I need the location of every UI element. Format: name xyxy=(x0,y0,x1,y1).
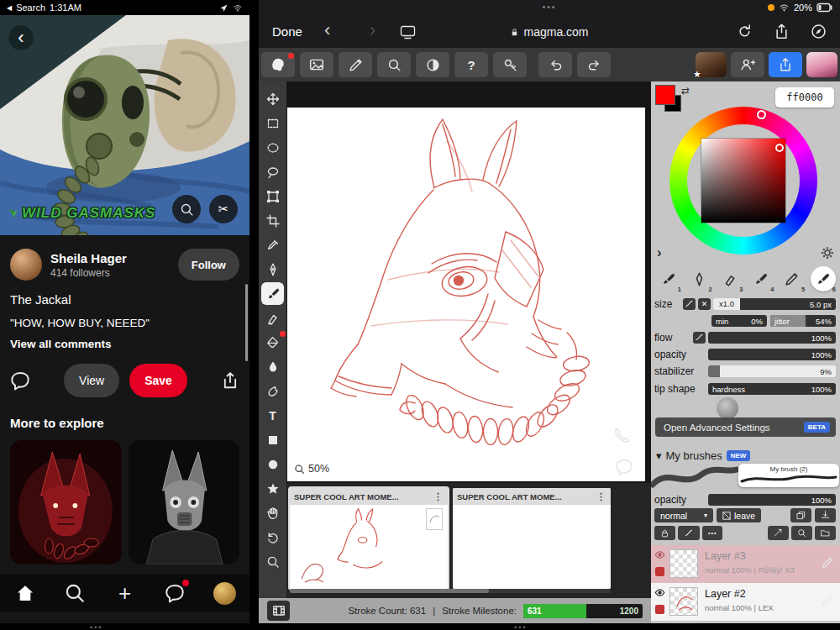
layer-visibility-icon[interactable] xyxy=(654,587,666,598)
merge-layer-button[interactable] xyxy=(815,508,836,522)
clipping-mask-button[interactable] xyxy=(768,526,789,540)
mask-mode-button[interactable] xyxy=(416,52,449,77)
follow-button[interactable]: Follow xyxy=(178,249,239,281)
rotate-canvas-tool[interactable] xyxy=(259,525,286,549)
layer-thumbnail[interactable] xyxy=(669,549,698,578)
visual-search-button[interactable] xyxy=(172,195,201,223)
hue-selector[interactable] xyxy=(757,110,766,119)
lasso-tool[interactable] xyxy=(259,160,286,184)
collaborator-avatar-1[interactable]: ★ xyxy=(696,52,727,77)
project-tab-1[interactable]: SUPER COOL ART MOME...⋮ xyxy=(290,488,448,589)
pinterest-scrollbar[interactable] xyxy=(245,284,248,361)
search-button[interactable] xyxy=(377,52,411,77)
pressure-curve-toggle[interactable] xyxy=(683,298,696,310)
magma-menu-button[interactable] xyxy=(261,52,295,77)
kebab-menu-icon[interactable]: ⋮ xyxy=(433,491,444,502)
swap-colors-icon[interactable]: ⇄ xyxy=(681,85,690,97)
import-image-button[interactable] xyxy=(300,52,333,77)
hardness-slider[interactable]: hardness 100% xyxy=(708,383,836,395)
layer-edit-pencil-icon[interactable] xyxy=(822,557,833,569)
ink-drop-tool[interactable] xyxy=(259,354,286,379)
collaborator-avatar-2[interactable] xyxy=(806,52,837,77)
ellipse-select-tool[interactable] xyxy=(259,135,286,160)
primary-color-swatch[interactable] xyxy=(655,85,675,105)
text-tool[interactable]: T xyxy=(259,403,286,428)
advanced-settings-button[interactable]: Open Advanced Settings BETA xyxy=(655,417,836,437)
smudge-tool[interactable] xyxy=(259,379,286,403)
invite-button[interactable] xyxy=(731,52,764,77)
comment-icon[interactable] xyxy=(10,370,30,391)
fill-tool[interactable] xyxy=(259,330,286,354)
layer-lock-icon[interactable] xyxy=(655,605,664,614)
canvas-viewport[interactable]: 50% xyxy=(286,81,651,483)
brush-slot-5[interactable]: 5 xyxy=(776,265,807,293)
view-button[interactable]: View xyxy=(64,364,119,397)
opacity-slider[interactable]: 100% xyxy=(708,349,836,360)
address-bar[interactable]: magma.com xyxy=(259,25,840,39)
square-shape-tool[interactable] xyxy=(259,428,286,452)
jitter-slider[interactable]: jitter 54% xyxy=(770,315,836,327)
brush-tool[interactable] xyxy=(261,282,284,305)
crop-share-button[interactable]: ✂ xyxy=(209,195,238,223)
brush-tip-preview[interactable] xyxy=(717,397,738,419)
lock-layer-button[interactable] xyxy=(654,526,675,540)
brush-slot-2[interactable]: 2 xyxy=(684,265,715,293)
nav-create[interactable]: + xyxy=(108,576,141,610)
explore-card-2[interactable] xyxy=(129,440,240,564)
flow-slider[interactable]: 100% xyxy=(708,332,836,344)
min-size-slider[interactable]: min 0% xyxy=(711,315,767,327)
nav-profile[interactable] xyxy=(207,576,241,610)
zoom-indicator[interactable]: 50% xyxy=(294,463,329,475)
brush-slot-1[interactable]: 1 xyxy=(653,265,684,293)
layer-visibility-icon[interactable] xyxy=(654,549,666,560)
star-shape-tool[interactable] xyxy=(259,476,286,501)
permissions-button[interactable] xyxy=(493,52,527,77)
leave-toggle[interactable]: leave xyxy=(717,508,761,522)
sv-selector[interactable] xyxy=(775,144,784,152)
edit-button[interactable] xyxy=(339,52,372,77)
hex-color-input[interactable] xyxy=(775,87,834,108)
section-caret-icon[interactable]: ▾ xyxy=(656,449,662,462)
pin-image[interactable]: ‹ WILD GASMASKS ✂ xyxy=(0,15,249,235)
canvas-page[interactable]: 50% xyxy=(287,108,645,481)
blend-mode-dropdown[interactable]: normal ▾ xyxy=(654,508,713,522)
projects-scrollbar[interactable] xyxy=(290,589,611,593)
circle-shape-tool[interactable] xyxy=(259,452,286,476)
marker-tool[interactable] xyxy=(259,306,286,330)
back-to-app-icon[interactable]: ◀ xyxy=(7,4,12,12)
left-app-handle[interactable]: ••• xyxy=(90,623,102,630)
curves-button[interactable] xyxy=(678,526,700,540)
brush-slot-6[interactable]: 6 xyxy=(807,265,838,293)
move-tool[interactable] xyxy=(259,87,286,111)
session-share-button[interactable] xyxy=(769,52,802,77)
size-lock-toggle[interactable]: ✕ xyxy=(698,298,711,310)
reload-button[interactable] xyxy=(737,24,753,39)
share-icon[interactable] xyxy=(221,371,239,390)
size-slider[interactable]: x1.0 5.0 px xyxy=(713,298,836,310)
eyedropper-tool[interactable] xyxy=(259,233,286,257)
timeline-button[interactable] xyxy=(267,601,290,621)
layer-search-button[interactable] xyxy=(791,526,812,540)
nav-home[interactable] xyxy=(8,576,42,610)
brush-slot-4[interactable]: 4 xyxy=(745,265,776,293)
hand-tool[interactable] xyxy=(259,501,286,525)
layer-folder-button[interactable] xyxy=(815,526,836,540)
layer-more-button[interactable]: ••• xyxy=(702,526,722,540)
color-settings-gear-icon[interactable] xyxy=(821,246,834,260)
author-avatar[interactable] xyxy=(10,249,42,281)
undo-button[interactable] xyxy=(538,52,572,77)
window-drag-handle[interactable]: ••• xyxy=(259,3,840,12)
nav-inbox[interactable] xyxy=(158,576,192,610)
transform-tool[interactable] xyxy=(259,184,286,208)
brush-slot-3[interactable]: 3 xyxy=(715,265,746,293)
pen-tool[interactable] xyxy=(259,257,286,281)
help-button[interactable]: ? xyxy=(454,52,488,77)
layer-row-2[interactable]: Layer #2 normal 100% | LEX xyxy=(651,583,840,621)
saturation-value-square[interactable] xyxy=(701,139,785,223)
back-button[interactable]: ‹ xyxy=(8,25,34,50)
kebab-menu-icon[interactable]: ⋮ xyxy=(596,491,606,502)
zoom-tool[interactable] xyxy=(259,549,286,574)
duplicate-layer-button[interactable] xyxy=(790,508,811,522)
explore-card-1[interactable] xyxy=(10,440,122,564)
right-app-handle[interactable]: ••• xyxy=(514,623,527,630)
